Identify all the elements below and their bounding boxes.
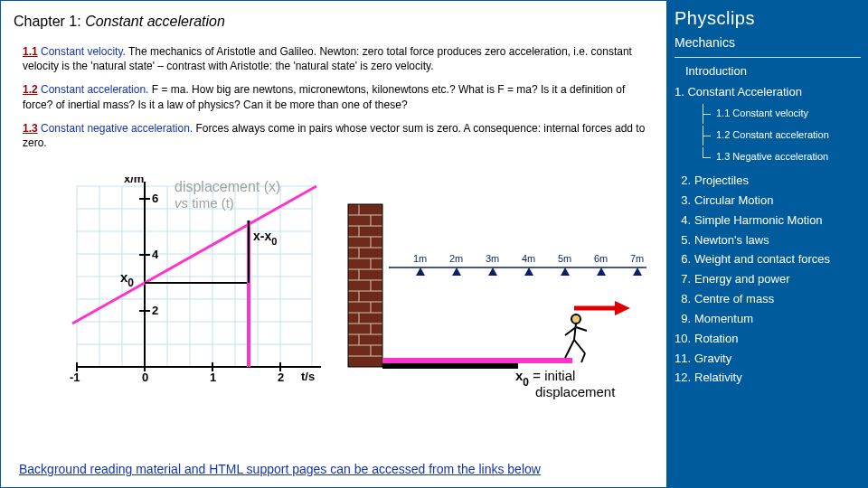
svg-rect-73 [382,358,572,363]
svg-marker-90 [615,301,630,315]
nav-chapter[interactable]: 8.Centre of mass [675,291,861,308]
svg-text:5m: 5m [558,253,571,264]
svg-text:1m: 1m [413,253,427,264]
svg-text:6: 6 [152,192,158,205]
svg-marker-80 [597,267,606,276]
nav-chapter[interactable]: 6.Weight and contact forces [675,251,861,268]
nav-subitem[interactable]: 1.2 Constant acceleration [700,126,861,145]
nav-chapter[interactable]: 2.Projectiles [675,173,861,190]
nav-intro[interactable]: Introduction [685,63,861,80]
toc-name: Constant acceleration. [41,83,148,96]
svg-marker-79 [561,267,570,276]
svg-text:0: 0 [142,371,148,384]
svg-line-94 [574,340,585,353]
support-pages-link[interactable]: Background reading material and HTML sup… [19,462,541,476]
svg-text:2: 2 [152,304,158,317]
svg-rect-72 [382,363,518,369]
nav-chapter[interactable]: 12.Relativity [675,370,861,387]
nav-chapter[interactable]: 7.Energy and power [675,271,861,288]
svg-text:2m: 2m [449,253,463,264]
nav-chapter[interactable] [675,389,861,407]
toc-link[interactable]: 1.2 [23,83,38,96]
nav-subtree: 1.1 Constant velocity 1.2 Constant accel… [700,104,861,167]
svg-text:4: 4 [152,248,159,261]
nav-chapter[interactable]: 9.Momentum [675,311,861,328]
toc-link[interactable]: 1.3 [23,122,38,135]
svg-text:6m: 6m [594,253,608,264]
nav-chapter[interactable]: 10.Rotation [675,331,861,348]
svg-marker-76 [452,267,461,276]
nav-chapter[interactable]: 11.Gravity [675,351,861,368]
figure: x/m t/s displacement (x) vs time (t) 6 4… [59,177,667,412]
main-content: Chapter 1: Constant acceleration 1.1 Con… [0,0,667,488]
toc-name: Constant velocity. [41,45,126,58]
nav-current-chapter[interactable]: 1. Constant Acceleration [675,84,861,101]
svg-text:2: 2 [278,371,284,384]
divider [675,57,861,58]
svg-text:x/m: x/m [124,177,144,185]
svg-line-97 [576,327,587,331]
svg-line-92 [574,324,576,340]
chapter-prefix: Chapter 1: [14,14,85,29]
svg-text:vs time (t): vs time (t) [175,195,234,211]
svg-line-95 [581,353,585,362]
svg-marker-75 [416,267,425,276]
svg-text:-1: -1 [70,371,80,384]
nav-chapter[interactable]: 4.Simple Harmonic Motion [675,212,861,230]
nav-chapter[interactable]: 3.Circular Motion [675,192,861,210]
svg-text:4m: 4m [522,253,535,264]
toc-link[interactable]: 1.1 [23,45,38,58]
svg-rect-42 [348,204,382,367]
svg-text:7m: 7m [630,253,644,264]
nav-subitem[interactable]: 1.1 Constant velocity [700,104,861,124]
nav-subitem[interactable]: 1.3 Negative acceleration [700,147,861,167]
svg-line-93 [565,340,574,358]
svg-marker-77 [488,267,497,276]
svg-text:1: 1 [210,371,216,384]
svg-text:displacement: displacement [535,384,616,399]
chapter-title: Chapter 1: Constant acceleration [14,14,654,30]
chapter-number: 1. [675,85,684,99]
svg-text:displacement (x): displacement (x) [175,179,280,194]
toc-entry: 1.2 Constant acceleration. F = ma. How b… [23,82,654,111]
toc-entry: 1.3 Constant negative acceleration. Forc… [23,121,654,150]
svg-text:t/s: t/s [301,370,315,383]
site-section: Mechanics [675,33,861,52]
svg-marker-81 [633,267,642,276]
toc-entry: 1.1 Constant velocity. The mechanics of … [23,44,654,73]
chapter-label: Constant Acceleration [687,85,801,99]
svg-point-91 [571,314,580,324]
site-logo: Physclips [675,5,861,32]
nav-chapter[interactable]: 5.Newton's laws [675,232,861,249]
svg-marker-78 [524,267,533,276]
chapter-name: Constant acceleration [85,14,225,29]
toc-name: Constant negative acceleration. [41,122,193,135]
sidebar: Physclips Mechanics Introduction 1. Cons… [667,0,868,488]
svg-text:3m: 3m [486,253,499,264]
